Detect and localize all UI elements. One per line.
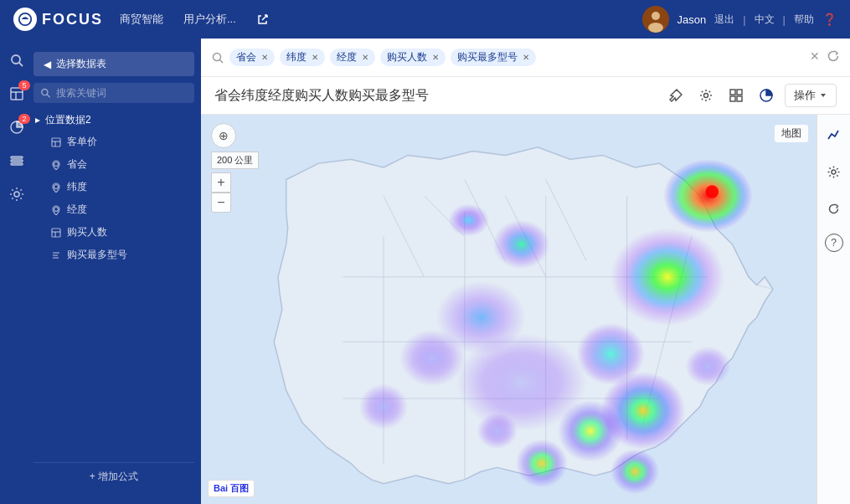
filter-tag-close-1[interactable]: ✕ [312,53,318,62]
logo-text: FOCUS [42,11,103,28]
geo-icon-1 [50,159,62,171]
svg-point-61 [516,440,568,488]
svg-point-3 [648,23,663,33]
svg-rect-10 [11,157,23,158]
filter-tag-4: 购买最多型号 ✕ [451,49,536,66]
svg-line-30 [220,59,224,63]
sidebar-icon-settings[interactable] [2,179,32,209]
right-help-icon[interactable]: ? [825,234,843,252]
content-area: 省会 ✕ 纬度 ✕ 经度 ✕ 购买人数 ✕ 购买最多型号 ✕ ✕ [201,39,850,504]
tree-item-3[interactable]: 经度 [47,198,194,221]
tree-item-0[interactable]: 客单价 [47,131,194,153]
svg-rect-32 [730,90,735,95]
filter-tag-close-2[interactable]: ✕ [362,53,368,62]
logout-link[interactable]: 退出 [714,13,734,27]
baidu-logo: Bai 百图 [208,480,255,497]
pie-chart-button[interactable] [755,84,778,107]
zoom-out-button[interactable]: − [211,193,231,213]
svg-point-63 [399,330,465,387]
svg-rect-12 [11,163,23,165]
sidebar-icon-data[interactable] [2,146,32,176]
svg-marker-37 [821,94,826,97]
svg-point-22 [54,207,59,211]
sidebar-content: ◀ 选择数据表 位置数据2 [33,45,201,497]
tree-label-1: 省会 [67,157,87,172]
sidebar-icon-search[interactable] [2,45,32,75]
svg-point-31 [704,94,708,98]
right-refresh-icon[interactable] [822,197,846,220]
map-container[interactable]: ⊕ 200 公里 + − 地图 Bai 百图 [201,115,850,504]
nav-item-commerce[interactable]: 商贸智能 [120,12,163,27]
filter-search-icon [211,51,224,64]
sidebar: 5 2 [0,39,201,504]
line-chart-icon[interactable] [822,123,846,147]
select-table-label: 选择数据表 [56,57,106,71]
tree-section: 位置数据2 客单价 [33,110,194,462]
right-panel: ? [817,115,850,504]
chart-badge: 2 [18,114,30,124]
geo-icon-2 [50,182,62,193]
tree-label-0: 客单价 [67,135,97,149]
chart-toolbar: 省会纬度经度购买人数购买最多型号 [201,77,850,115]
arrow-left-icon: ◀ [44,59,51,70]
chart-title: 省会纬度经度购买人数购买最多型号 [214,87,664,105]
sidebar-icon-chart[interactable]: 2 [2,112,32,142]
tree-item-4[interactable]: 购买人数 [47,221,194,244]
map-type-label[interactable]: 地图 [775,125,808,142]
toolbar-actions: 操作 [664,84,837,107]
tree-header[interactable]: 位置数据2 [33,110,194,131]
svg-point-21 [54,184,59,188]
operate-button[interactable]: 操作 [785,84,837,107]
nav-item-share[interactable] [256,12,270,27]
tree-children: 客单价 省会 [33,131,194,266]
help-link[interactable]: 帮助 [794,13,814,27]
svg-point-2 [652,12,660,20]
svg-point-54 [610,229,724,326]
svg-point-68 [832,170,836,174]
right-settings-icon[interactable] [822,160,846,183]
tree-item-2[interactable]: 纬度 [47,176,194,198]
filter-tag-label-4: 购买最多型号 [457,50,518,64]
filter-refresh-button[interactable] [827,49,840,65]
svg-point-14 [42,90,48,95]
add-formula-button[interactable]: + 增加公式 [33,462,194,491]
grid-button[interactable] [724,84,748,107]
pin-button[interactable] [664,84,688,107]
tree-item-5[interactable]: 购买最多型号 [47,244,194,266]
map-controls: ⊕ 200 公里 + − [211,123,259,213]
filter-tag-close-0[interactable]: ✕ [261,53,268,62]
operate-label: 操作 [794,88,816,103]
table-badge: 5 [18,80,30,90]
svg-point-20 [54,162,59,166]
lang-link[interactable]: 中文 [755,13,775,27]
chevron-down-icon [819,91,827,100]
filter-tag-label-1: 纬度 [286,50,307,64]
filter-tag-0: 省会 ✕ [229,49,275,66]
search-icon [40,87,51,99]
svg-point-64 [359,384,408,429]
settings-button[interactable] [694,84,718,107]
separator1: | [743,13,745,26]
filter-tag-close-3[interactable]: ✕ [432,53,439,62]
svg-point-4 [12,55,20,64]
zoom-in-button[interactable]: + [211,172,231,193]
filter-tag-close-4[interactable]: ✕ [523,53,529,62]
nav-items: 商贸智能 用户分析... [120,12,270,27]
compass-button[interactable]: ⊕ [211,123,236,148]
svg-rect-23 [52,229,60,237]
tree-expand-icon [33,116,42,125]
sidebar-search-input[interactable] [56,87,188,99]
select-table-button[interactable]: ◀ 选择数据表 [33,52,194,76]
sidebar-icon-table[interactable]: 5 [2,79,32,109]
svg-marker-16 [35,118,40,123]
tree-label-4: 购买人数 [67,225,107,239]
svg-rect-11 [11,160,23,162]
tree-item-1[interactable]: 省会 [47,153,194,176]
map-svg [201,115,850,504]
filter-clear-button[interactable]: ✕ [810,49,820,65]
filter-tag-label-2: 经度 [337,50,357,64]
nav-item-user[interactable]: 用户分析... [183,12,236,27]
avatar [642,6,669,33]
svg-rect-17 [52,138,60,147]
help-icon: ❓ [822,13,837,26]
